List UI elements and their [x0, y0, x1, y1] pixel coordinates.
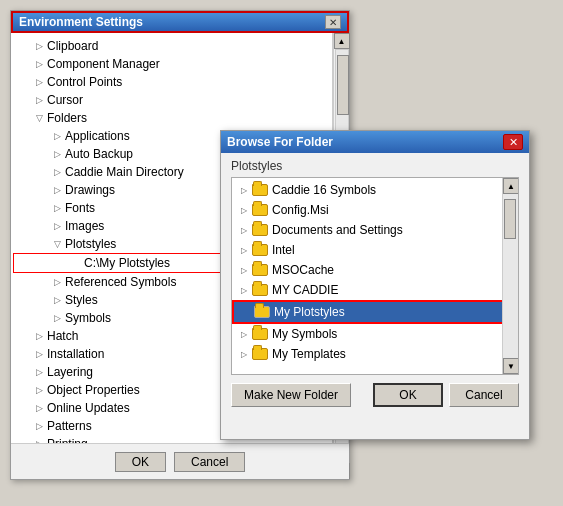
- tree-item-folders[interactable]: ▽ Folders: [13, 109, 330, 127]
- expander-patterns[interactable]: ▷: [31, 418, 47, 434]
- env-close-button[interactable]: ✕: [325, 15, 341, 29]
- folder-icon-intel: [252, 244, 268, 256]
- expander-styles[interactable]: ▷: [49, 292, 65, 308]
- tree-item-component-manager[interactable]: ▷ Component Manager: [13, 55, 330, 73]
- browse-titlebar: Browse For Folder ✕: [221, 131, 529, 153]
- folder-icon-msocache: [252, 264, 268, 276]
- expander-installation[interactable]: ▷: [31, 346, 47, 362]
- tree-item-clipboard[interactable]: ▷ Clipboard: [13, 37, 330, 55]
- expander-hatch[interactable]: ▷: [31, 328, 47, 344]
- expander-drawings[interactable]: ▷: [49, 182, 65, 198]
- browse-item-myplotstyles[interactable]: My Plotstyles: [232, 300, 518, 324]
- browse-subtitle: Plotstyles: [221, 153, 529, 177]
- browse-scroll-down[interactable]: ▼: [503, 358, 519, 374]
- browse-scroll-track[interactable]: [503, 194, 518, 358]
- browse-item-intel[interactable]: ▷ Intel: [232, 240, 518, 260]
- expander-referenced-symbols[interactable]: ▷: [49, 274, 65, 290]
- browse-scroll-thumb[interactable]: [504, 199, 516, 239]
- tree-item-cursor[interactable]: ▷ Cursor: [13, 91, 330, 109]
- expander-plotstyles[interactable]: ▽: [49, 236, 65, 252]
- browse-expander-msocache[interactable]: ▷: [236, 262, 252, 278]
- browse-item-docs[interactable]: ▷ Documents and Settings: [232, 220, 518, 240]
- browse-expander-configmsi[interactable]: ▷: [236, 202, 252, 218]
- expander-layering[interactable]: ▷: [31, 364, 47, 380]
- browse-expander-mycaddie[interactable]: ▷: [236, 282, 252, 298]
- browse-action-buttons: Make New Folder OK Cancel: [221, 375, 529, 411]
- browse-scrollbar[interactable]: ▲ ▼: [502, 178, 518, 374]
- scroll-up-button[interactable]: ▲: [334, 33, 350, 49]
- browse-close-button[interactable]: ✕: [503, 134, 523, 150]
- env-ok-button[interactable]: OK: [115, 452, 166, 472]
- browse-expander-mytemplates[interactable]: ▷: [236, 346, 252, 362]
- expander-online-updates[interactable]: ▷: [31, 400, 47, 416]
- folder-icon-mytemplates: [252, 348, 268, 360]
- env-bottom-bar: OK Cancel: [11, 443, 349, 479]
- browse-item-mycaddie[interactable]: ▷ MY CADDIE: [232, 280, 518, 300]
- env-title: Environment Settings: [19, 15, 143, 29]
- make-new-folder-button[interactable]: Make New Folder: [231, 383, 351, 407]
- expander-cursor[interactable]: ▷: [31, 92, 47, 108]
- browse-item-mytemplates[interactable]: ▷ My Templates: [232, 344, 518, 364]
- expander-caddie-main[interactable]: ▷: [49, 164, 65, 180]
- browse-item-msocache[interactable]: ▷ MSOCache: [232, 260, 518, 280]
- browse-ok-cancel-group: OK Cancel: [373, 383, 519, 407]
- browse-tree-container[interactable]: ▷ Caddie 16 Symbols ▷ Config.Msi ▷ Docum…: [231, 177, 519, 375]
- browse-item-configmsi[interactable]: ▷ Config.Msi: [232, 200, 518, 220]
- folder-icon-docs: [252, 224, 268, 236]
- browse-expander-myplotstyles: [238, 304, 254, 320]
- browse-item-caddie16[interactable]: ▷ Caddie 16 Symbols: [232, 180, 518, 200]
- expander-fonts[interactable]: ▷: [49, 200, 65, 216]
- browse-tree: ▷ Caddie 16 Symbols ▷ Config.Msi ▷ Docum…: [232, 178, 518, 366]
- browse-title: Browse For Folder: [227, 135, 333, 149]
- browse-item-mysymbols[interactable]: ▷ My Symbols: [232, 324, 518, 344]
- folder-icon-myplotstyles: [254, 306, 270, 318]
- env-cancel-button[interactable]: Cancel: [174, 452, 245, 472]
- expander-folders[interactable]: ▽: [31, 110, 47, 126]
- browse-expander-docs[interactable]: ▷: [236, 222, 252, 238]
- expander-symbols[interactable]: ▷: [49, 310, 65, 326]
- expander-plotstyles-path: [68, 255, 84, 271]
- env-titlebar: Environment Settings ✕: [11, 11, 349, 33]
- browse-cancel-button[interactable]: Cancel: [449, 383, 519, 407]
- expander-component-manager[interactable]: ▷: [31, 56, 47, 72]
- scroll-thumb[interactable]: [337, 55, 349, 115]
- expander-images[interactable]: ▷: [49, 218, 65, 234]
- expander-clipboard[interactable]: ▷: [31, 38, 47, 54]
- folder-icon-configmsi: [252, 204, 268, 216]
- browse-expander-mysymbols[interactable]: ▷: [236, 326, 252, 342]
- browse-expander-caddie16[interactable]: ▷: [236, 182, 252, 198]
- tree-item-control-points[interactable]: ▷ Control Points: [13, 73, 330, 91]
- expander-object-properties[interactable]: ▷: [31, 382, 47, 398]
- folder-icon-mycaddie: [252, 284, 268, 296]
- browse-ok-button[interactable]: OK: [373, 383, 443, 407]
- expander-auto-backup[interactable]: ▷: [49, 146, 65, 162]
- browse-scroll-up[interactable]: ▲: [503, 178, 519, 194]
- browse-for-folder-window: Browse For Folder ✕ Plotstyles ▷ Caddie …: [220, 130, 530, 440]
- expander-control-points[interactable]: ▷: [31, 74, 47, 90]
- expander-applications[interactable]: ▷: [49, 128, 65, 144]
- folder-icon-mysymbols: [252, 328, 268, 340]
- browse-expander-intel[interactable]: ▷: [236, 242, 252, 258]
- folder-icon-caddie16: [252, 184, 268, 196]
